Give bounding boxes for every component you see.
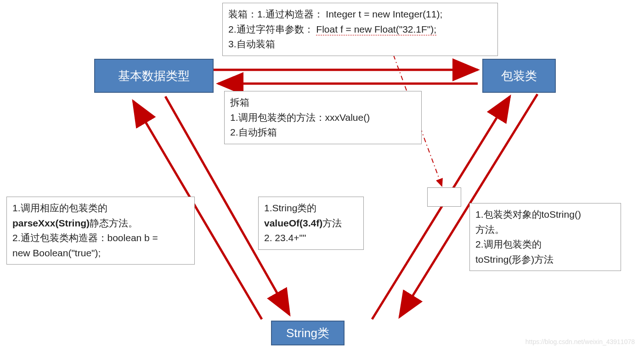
boxing-line1: 装箱：1.通过构造器： Integer t = new Integer(11); — [228, 7, 492, 22]
node-wrapper-label: 包装类 — [501, 68, 537, 84]
boxing-line2b: Float f = new Float("32.1F"); — [316, 24, 436, 35]
unboxing-textbox: 拆箱 1.调用包装类的方法：xxxValue() 2.自动拆箱 — [224, 91, 422, 144]
tostring-line4: toString(形参)方法 — [475, 252, 615, 267]
boxing-textbox: 装箱：1.通过构造器： Integer t = new Integer(11);… — [222, 3, 498, 56]
parse-line2a: 2.通过包装类构造器：boolean b = — [12, 231, 189, 246]
parse-line1-cont: parseXxx(String)静态方法。 — [12, 216, 189, 231]
valueof-line2-bold: valueOf(3.4f) — [264, 218, 322, 228]
unboxing-line1: 拆箱 — [230, 95, 416, 110]
node-string: String类 — [271, 321, 345, 345]
boxing-line2a: 2.通过字符串参数： — [228, 24, 314, 34]
watermark: https://blog.csdn.net/weixin_43911078 — [525, 338, 635, 345]
tostring-textbox: 1.包装类对象的toString() 方法。 2.调用包装类的 toString… — [469, 203, 621, 271]
parse-line1a: 1.调用相应的包装类的 — [12, 203, 107, 213]
unboxing-line2: 1.调用包装类的方法：xxxValue() — [230, 110, 416, 125]
node-primitive-label: 基本数据类型 — [118, 68, 190, 84]
valueof-line2-rest: 方法 — [322, 218, 342, 228]
parse-line2b: new Boolean("true"); — [12, 246, 189, 261]
tostring-line3: 2.调用包装类的 — [475, 237, 615, 252]
parse-textbox: 1.调用相应的包装类的 parseXxx(String)静态方法。 2.通过包装… — [6, 197, 195, 265]
tostring-line1: 1.包装类对象的toString() — [475, 207, 615, 222]
boxing-line1b: Integer t = new Integer(11); — [326, 9, 442, 19]
unboxing-line3: 2.自动拆箱 — [230, 125, 416, 140]
valueof-line1: 1.String类的 — [264, 201, 358, 216]
node-wrapper: 包装类 — [482, 59, 556, 93]
tostring-line2: 方法。 — [475, 222, 615, 237]
parse-line1c: 静态方法。 — [90, 218, 138, 228]
node-string-label: String类 — [286, 325, 329, 341]
node-primitive: 基本数据类型 — [94, 59, 214, 93]
valueof-line3: 2. 23.4+"" — [264, 231, 358, 246]
boxing-line1a: 装箱：1.通过构造器： — [228, 9, 323, 19]
boxing-line3: 3.自动装箱 — [228, 37, 492, 52]
valueof-line2: valueOf(3.4f)方法 — [264, 216, 358, 231]
parse-line1b: parseXxx(String) — [12, 218, 90, 228]
boxing-line2: 2.通过字符串参数： Float f = new Float("32.1F"); — [228, 22, 492, 37]
parse-line1: 1.调用相应的包装类的 — [12, 201, 189, 216]
valueof-textbox: 1.String类的 valueOf(3.4f)方法 2. 23.4+"" — [258, 197, 364, 250]
empty-target-box — [427, 187, 461, 207]
